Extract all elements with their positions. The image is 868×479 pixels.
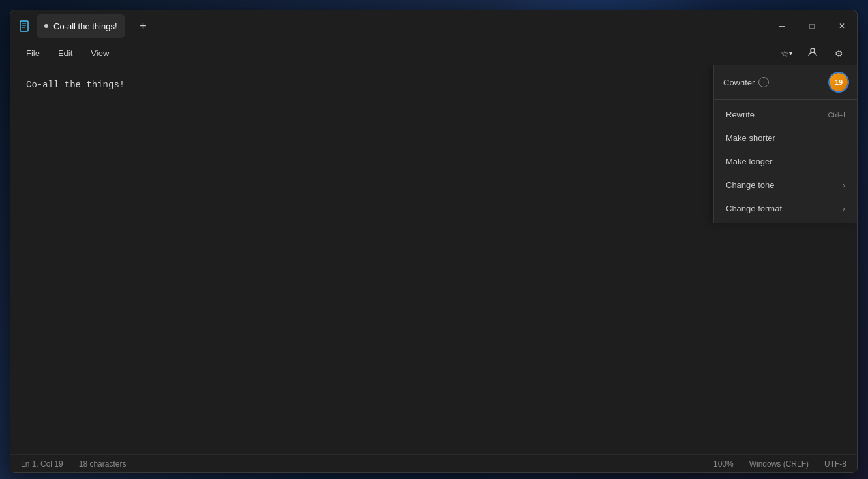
cowriter-change-format[interactable]: Change format › — [717, 197, 854, 220]
tab-title: Co-all the things! — [53, 22, 117, 31]
app-icon — [18, 20, 31, 33]
cowriter-panel: Cowriter i 19 Rewrite Ctrl+I Ma — [713, 65, 857, 223]
menu-file[interactable]: File — [18, 46, 48, 61]
menu-items: File Edit View — [18, 46, 117, 61]
cowriter-rewrite[interactable]: Rewrite Ctrl+I — [717, 103, 854, 126]
active-tab[interactable]: Co-all the things! — [37, 14, 125, 38]
change-tone-arrow: › — [843, 181, 845, 190]
change-format-label: Change format — [726, 204, 782, 213]
rewrite-label: Rewrite — [726, 110, 755, 119]
make-shorter-label: Make shorter — [726, 133, 775, 143]
cowriter-change-tone[interactable]: Change tone › — [717, 174, 854, 196]
rewrite-shortcut-group: Ctrl+I — [828, 111, 845, 119]
new-tab-button[interactable]: + — [133, 16, 154, 37]
title-bar: Co-all the things! + ─ □ ✕ — [10, 10, 857, 42]
status-line-ending: Windows (CRLF) — [749, 459, 809, 469]
star-icon: ☆ — [781, 48, 789, 59]
status-encoding: UTF-8 — [824, 459, 846, 469]
content-area: Co-all the things! Cowriter i 19 Rewrite — [10, 65, 857, 454]
cowriter-make-shorter[interactable]: Make shorter — [717, 127, 854, 149]
menu-bar: File Edit View ☆ ▾ — [10, 42, 857, 65]
cowriter-header: Cowriter i 19 — [714, 65, 857, 100]
tab-modified-dot — [44, 24, 48, 28]
notepad-window: Co-all the things! + ─ □ ✕ File Edit — [10, 10, 858, 473]
rewrite-shortcut: Ctrl+I — [828, 111, 845, 119]
settings-button[interactable]: ⚙ — [828, 44, 849, 63]
cowriter-badge: 19 — [830, 73, 848, 91]
cowriter-info-icon[interactable]: i — [758, 77, 769, 87]
minimize-button[interactable]: ─ — [767, 10, 797, 42]
cowriter-title-group: Cowriter i — [723, 77, 769, 87]
svg-point-4 — [811, 48, 815, 52]
change-tone-label: Change tone — [726, 180, 774, 190]
status-line-col: Ln 1, Col 19 — [21, 459, 63, 469]
cowriter-title: Cowriter — [723, 78, 755, 87]
close-button[interactable]: ✕ — [827, 10, 857, 42]
window-controls: ─ □ ✕ — [767, 10, 857, 42]
svg-rect-0 — [20, 21, 28, 31]
cowriter-badge-count: 19 — [835, 78, 843, 86]
change-format-arrow: › — [843, 204, 845, 213]
cowriter-menu: Rewrite Ctrl+I Make shorter Make longer … — [714, 100, 857, 223]
user-button[interactable] — [802, 44, 823, 63]
cowriter-make-longer[interactable]: Make longer — [717, 150, 854, 173]
status-right: 100% Windows (CRLF) UTF-8 — [713, 459, 846, 469]
title-bar-left: Co-all the things! + — [18, 14, 767, 38]
status-characters: 18 characters — [79, 459, 127, 469]
menu-view[interactable]: View — [83, 46, 117, 61]
menu-edit[interactable]: Edit — [50, 46, 80, 61]
status-zoom: 100% — [713, 459, 734, 469]
user-icon — [807, 47, 818, 59]
maximize-button[interactable]: □ — [797, 10, 827, 42]
gear-icon: ⚙ — [835, 48, 843, 59]
status-bar: Ln 1, Col 19 18 characters 100% Windows … — [10, 454, 857, 472]
chevron-right-icon-2: › — [843, 204, 845, 213]
status-left: Ln 1, Col 19 18 characters — [21, 459, 126, 469]
toolbar-right: ☆ ▾ ⚙ — [776, 44, 849, 63]
chevron-right-icon: › — [843, 181, 845, 190]
favorites-button[interactable]: ☆ ▾ — [776, 44, 797, 63]
chevron-down-icon: ▾ — [789, 50, 792, 57]
make-longer-label: Make longer — [726, 157, 773, 166]
